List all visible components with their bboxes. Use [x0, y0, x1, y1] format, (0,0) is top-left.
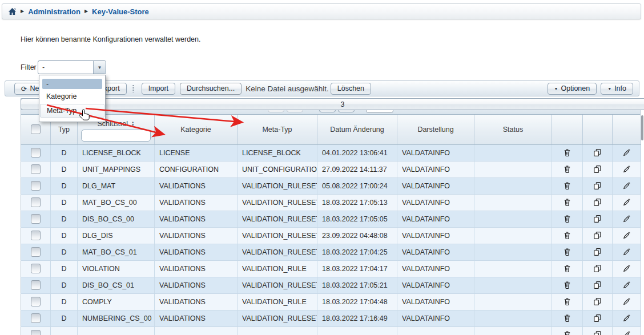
- pencil-icon[interactable]: [621, 246, 633, 257]
- trash-icon[interactable]: [562, 329, 573, 335]
- home-icon[interactable]: [8, 7, 17, 15]
- trash-icon[interactable]: [562, 229, 573, 241]
- cell-meta-typ: VALIDATION_RULESET: [238, 244, 317, 260]
- refresh-icon: ⟳: [21, 84, 27, 93]
- copy-icon[interactable]: [592, 196, 603, 208]
- pencil-icon[interactable]: [621, 213, 633, 224]
- pencil-icon[interactable]: [621, 229, 633, 241]
- trash-icon[interactable]: [562, 180, 573, 191]
- info-button[interactable]: ▼ Info: [601, 83, 633, 95]
- page-button-3[interactable]: 3: [21, 98, 644, 110]
- delete-button[interactable]: Löschen: [331, 83, 371, 95]
- row-checkbox[interactable]: [31, 264, 41, 273]
- pencil-icon[interactable]: [621, 263, 633, 274]
- scrollbar-thumb[interactable]: [641, 115, 643, 140]
- breadcrumb-administration[interactable]: Administration: [28, 7, 80, 16]
- trash-icon[interactable]: [562, 163, 573, 175]
- cell-typ: D: [51, 260, 78, 277]
- trash-icon[interactable]: [562, 263, 573, 274]
- cell-typ: D: [51, 161, 78, 177]
- filter-option-kategorie[interactable]: Kategorie: [39, 90, 105, 103]
- dropdown-arrow-icon[interactable]: ▼: [93, 61, 106, 74]
- cell-schluessel: UNIT_MAPPINGS: [78, 161, 155, 177]
- pencil-icon[interactable]: [621, 312, 633, 324]
- cell-darstellung: VALDATAINFO: [397, 227, 474, 244]
- copy-icon[interactable]: [592, 246, 603, 257]
- row-checkbox[interactable]: [31, 148, 41, 158]
- cell-meta-typ: VALIDATION_RULESET: [238, 310, 317, 326]
- cell-schluessel: DLG_DIS: [78, 227, 155, 244]
- cell-status: [474, 227, 552, 244]
- row-checkbox[interactable]: [31, 197, 41, 207]
- pencil-icon[interactable]: [621, 279, 633, 290]
- pencil-icon[interactable]: [621, 296, 633, 307]
- pencil-icon[interactable]: [621, 180, 633, 191]
- cell-datum: 18.03.2022 17:04:17: [317, 260, 397, 277]
- trash-icon[interactable]: [562, 196, 573, 208]
- cell-datum: 27.09.2022 14:11:37: [317, 161, 397, 177]
- cell-datum: 18.03.2022 17:05:13: [317, 194, 397, 211]
- table-row: D COMPLY VALIDATIONS VALIDATION_RULE 18.…: [21, 293, 641, 310]
- cell-meta-typ: VALIDATION_RULE: [238, 293, 317, 310]
- breadcrumb-key-value-store[interactable]: Key-Value-Store: [92, 7, 149, 16]
- cell-datum: 05.08.2022 17:00:24: [317, 177, 397, 194]
- copy-icon[interactable]: [592, 296, 603, 307]
- copy-icon[interactable]: [592, 312, 603, 324]
- trash-icon[interactable]: [562, 246, 573, 257]
- pencil-icon[interactable]: [621, 329, 633, 335]
- copy-icon[interactable]: [592, 263, 603, 274]
- row-checkbox[interactable]: [31, 181, 41, 191]
- browse-button-label: Durchsuchen...: [187, 84, 235, 92]
- cell-datum: 18.03.2022 17:04:48: [317, 293, 397, 310]
- trash-icon[interactable]: [562, 312, 573, 324]
- filter-select[interactable]: - ▼: [38, 60, 106, 74]
- row-checkbox[interactable]: [31, 231, 41, 240]
- filter-option--[interactable]: -: [42, 79, 102, 89]
- row-checkbox[interactable]: [31, 297, 41, 306]
- pencil-icon[interactable]: [621, 196, 633, 208]
- breadcrumb: ▶ Administration ▶ Key-Value-Store: [2, 3, 641, 19]
- filter-select-value: -: [38, 61, 93, 74]
- table-row: D MAT_BO_CS_00 VALIDATIONS VALIDATION_RU…: [21, 194, 641, 211]
- cell-schluessel: DLG_MAT: [78, 177, 155, 194]
- toolbar-grip-icon: [132, 84, 134, 92]
- copy-icon[interactable]: [592, 279, 603, 290]
- cell-status: [474, 326, 552, 335]
- copy-icon[interactable]: [592, 213, 603, 224]
- row-checkbox[interactable]: [31, 247, 41, 257]
- row-checkbox[interactable]: [31, 280, 41, 290]
- cell-kategorie: VALIDATIONS: [155, 260, 238, 277]
- copy-icon[interactable]: [592, 329, 603, 335]
- schluessel-filter-input[interactable]: [81, 130, 151, 142]
- select-all-checkbox[interactable]: [31, 124, 41, 134]
- cell-darstellung: VALDATAINFO: [397, 194, 474, 211]
- options-button[interactable]: ▼ Optionen: [548, 83, 597, 95]
- copy-icon[interactable]: [592, 147, 603, 158]
- cell-status: [474, 260, 552, 277]
- row-checkbox[interactable]: [31, 164, 41, 174]
- pencil-icon[interactable]: [621, 147, 633, 158]
- copy-icon[interactable]: [592, 180, 603, 191]
- cell-darstellung: VALDATAINFO: [397, 161, 474, 177]
- pencil-icon[interactable]: [621, 163, 633, 175]
- cell-status: [474, 211, 552, 227]
- filter-option-meta-typ[interactable]: Meta-Typ: [40, 104, 104, 118]
- info-button-label: Info: [614, 84, 626, 92]
- row-checkbox[interactable]: [31, 330, 41, 335]
- cell-datum: 23.09.2022 04:48:08: [317, 227, 397, 244]
- trash-icon[interactable]: [562, 279, 573, 290]
- cell-kategorie: VALIDATIONS: [155, 227, 238, 244]
- row-checkbox[interactable]: [31, 214, 41, 224]
- copy-icon[interactable]: [592, 163, 603, 175]
- import-button[interactable]: Import: [142, 83, 175, 95]
- cell-meta-typ: VALIDATION_RULE: [238, 260, 317, 277]
- row-checkbox[interactable]: [31, 313, 41, 323]
- file-browse-button[interactable]: Durchsuchen...: [180, 83, 242, 95]
- cell-schluessel: NUMBERING_CS_00: [78, 310, 155, 326]
- options-button-label: Optionen: [561, 84, 590, 92]
- trash-icon[interactable]: [562, 147, 573, 158]
- trash-icon[interactable]: [562, 213, 573, 224]
- trash-icon[interactable]: [562, 296, 573, 307]
- copy-icon[interactable]: [592, 229, 603, 241]
- cell-schluessel: COMPLY: [78, 293, 155, 310]
